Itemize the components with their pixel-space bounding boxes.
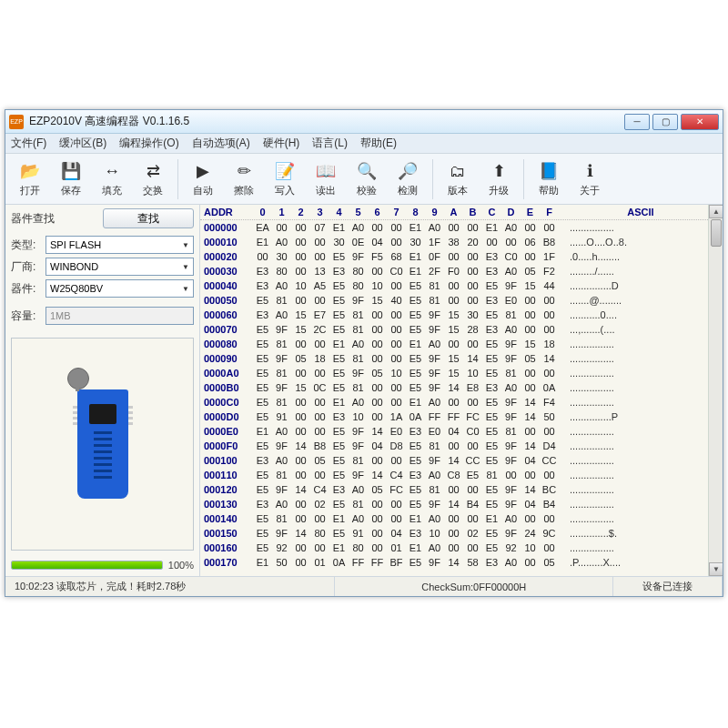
- toolbar-打开[interactable]: 📂打开: [11, 157, 49, 202]
- type-label: 类型:: [11, 238, 42, 253]
- 版本-icon: 🗂: [446, 160, 470, 182]
- menu-item[interactable]: 缓冲区(B): [59, 136, 106, 151]
- status-bar: 10:02:23 读取芯片，完成！耗时2.78秒 CheckSum:0FF000…: [5, 576, 723, 596]
- 读出-icon: 📖: [314, 160, 338, 182]
- menu-item[interactable]: 帮助(E): [360, 136, 397, 151]
- hex-row[interactable]: 000130E3A00002E5810000E59F14B4E59F04B4..…: [200, 497, 723, 511]
- maximize-button[interactable]: ▢: [652, 114, 678, 130]
- status-checksum: CheckSum:0FF00000H: [335, 577, 613, 596]
- 关于-icon: ℹ: [578, 160, 602, 182]
- capacity-field: 1MB: [46, 307, 194, 325]
- hex-row[interactable]: 000030E3800013E38000C0E12FF000E3A005F2..…: [200, 264, 723, 278]
- 校验-icon: 🔍: [355, 160, 379, 182]
- hex-row[interactable]: 00002000300000E59FF568E10F0000E3C0001F.0…: [200, 249, 723, 264]
- 自动-icon: ▶: [191, 160, 215, 182]
- 填充-icon: ↔: [100, 160, 124, 182]
- window-titlebar: EZP EZP2010V 高速编程器 V0.1.16.5 ─ ▢ ✕: [5, 110, 723, 134]
- status-message: 10:02:23 读取芯片，完成！耗时2.78秒: [5, 577, 335, 596]
- hex-viewer: ADDR0123456789ABCDEFASCII 000000EA000007…: [200, 205, 723, 576]
- hex-row[interactable]: 0000F0E59F14B8E59F04D8E5810000E59F14D4..…: [200, 439, 723, 453]
- menu-item[interactable]: 自动选项(A): [192, 136, 250, 151]
- menu-item[interactable]: 文件(F): [11, 136, 46, 151]
- part-select[interactable]: W25Q80BV▼: [46, 279, 194, 298]
- toolbar-升级[interactable]: ⬆升级: [480, 157, 518, 202]
- menu-item[interactable]: 硬件(H): [263, 136, 300, 151]
- hex-row[interactable]: 000040E3A010A5E5801000E5810000E59F1544..…: [200, 278, 723, 293]
- toolbar: 📂打开💾保存↔填充⇄交换▶自动✏擦除📝写入📖读出🔍校验🔎检测🗂版本⬆升级📘帮助ℹ…: [5, 154, 723, 205]
- hex-row[interactable]: 000170E15000010AFFFFBFE59F1458E3A00005.P…: [200, 555, 723, 570]
- hex-row[interactable]: 000100E3A00005E5810000E59F14CCE59F04CC..…: [200, 453, 723, 468]
- hex-row[interactable]: 0000E0E1A00000E59F14E0E3E004C0E5810000..…: [200, 424, 723, 439]
- hex-row[interactable]: 0000C0E5810000E1A00000E1A00000E59F14F4..…: [200, 395, 723, 410]
- toolbar-擦除[interactable]: ✏擦除: [225, 157, 263, 202]
- toolbar-检测[interactable]: 🔎检测: [389, 157, 427, 202]
- hex-row[interactable]: 0000A0E5810000E59F0510E59F1510E5810000..…: [200, 366, 723, 380]
- app-icon: EZP: [9, 115, 24, 129]
- scroll-up-button[interactable]: ▲: [709, 205, 723, 218]
- chevron-down-icon: ▼: [182, 285, 189, 293]
- toolbar-读出[interactable]: 📖读出: [307, 157, 345, 202]
- 升级-icon: ⬆: [487, 160, 511, 182]
- vendor-select[interactable]: WINBOND▼: [46, 258, 194, 276]
- menu-item[interactable]: 语言(L): [312, 136, 348, 151]
- toolbar-交换[interactable]: ⇄交换: [134, 157, 172, 202]
- menu-item[interactable]: 编程操作(O): [119, 136, 178, 151]
- chevron-down-icon: ▼: [182, 263, 189, 271]
- close-button[interactable]: ✕: [681, 114, 719, 130]
- menubar: 文件(F)缓冲区(B)编程操作(O)自动选项(A)硬件(H)语言(L)帮助(E): [5, 134, 723, 154]
- scroll-thumb[interactable]: [711, 219, 722, 247]
- toolbar-填充[interactable]: ↔填充: [93, 157, 131, 202]
- scroll-down-button[interactable]: ▼: [709, 562, 723, 576]
- toolbar-校验[interactable]: 🔍校验: [348, 157, 386, 202]
- hex-row[interactable]: 0000D0E5910000E310001A0AFFFFFCE59F1450..…: [200, 410, 723, 424]
- toolbar-自动[interactable]: ▶自动: [184, 157, 222, 202]
- 帮助-icon: 📘: [537, 160, 561, 182]
- window-title: EZP2010V 高速编程器 V0.1.16.5: [29, 114, 622, 129]
- capacity-label: 容量:: [11, 308, 42, 324]
- type-select[interactable]: SPI FLASH▼: [46, 236, 194, 254]
- hex-row[interactable]: 000160E5920000E1800001E1A00000E5921000..…: [200, 541, 723, 555]
- 擦除-icon: ✏: [232, 160, 256, 182]
- toolbar-写入[interactable]: 📝写入: [266, 157, 304, 202]
- hex-addr-header: ADDR: [204, 207, 253, 217]
- find-button[interactable]: 查找: [103, 208, 194, 228]
- chevron-down-icon: ▼: [182, 241, 189, 249]
- toolbar-版本[interactable]: 🗂版本: [439, 157, 477, 202]
- chip-diagram: [11, 338, 194, 551]
- vertical-scrollbar[interactable]: ▲ ▼: [708, 205, 723, 576]
- 交换-icon: ⇄: [141, 160, 165, 182]
- hex-row[interactable]: 000090E59F0518E5810000E59F1514E59F0514..…: [200, 351, 723, 366]
- hex-row[interactable]: 0000B0E59F150CE5810000E59F14E8E3A0000A..…: [200, 380, 723, 395]
- status-connection: 设备已连接: [613, 577, 723, 596]
- side-panel: 器件查找 查找 类型: SPI FLASH▼ 厂商: WINBOND▼ 器件: …: [5, 205, 200, 576]
- progress-label: 100%: [168, 560, 194, 571]
- hex-row[interactable]: 000050E5810000E59F1540E5810000E3E00000..…: [200, 293, 723, 308]
- hex-row[interactable]: 000110E5810000E59F14C4E3A0C8E581000000..…: [200, 468, 723, 482]
- vendor-label: 厂商:: [11, 259, 42, 275]
- 打开-icon: 📂: [18, 160, 42, 182]
- hex-row[interactable]: 000010E1A00000300E0400301F3820000006B8..…: [200, 235, 723, 249]
- hex-row[interactable]: 000120E59F14C4E3A005FCE5810000E59F14BC..…: [200, 482, 723, 497]
- toolbar-关于[interactable]: ℹ关于: [571, 157, 609, 202]
- hex-row[interactable]: 000000EA000007E1A00000E1A00000E1A00000..…: [200, 220, 723, 235]
- toolbar-保存[interactable]: 💾保存: [52, 157, 90, 202]
- find-section-label: 器件查找: [11, 211, 55, 227]
- progress-bar: [11, 561, 163, 570]
- hex-row[interactable]: 000070E59F152CE5810000E59F1528E3A00000..…: [200, 322, 723, 337]
- 检测-icon: 🔎: [396, 160, 420, 182]
- minimize-button[interactable]: ─: [624, 114, 650, 130]
- 写入-icon: 📝: [273, 160, 297, 182]
- hex-row[interactable]: 000080E5810000E1A00000E1A00000E59F1518..…: [200, 337, 723, 351]
- hex-row[interactable]: 000140E5810000E1A00000E1A00000E1A00000..…: [200, 511, 723, 526]
- toolbar-帮助[interactable]: 📘帮助: [530, 157, 568, 202]
- 保存-icon: 💾: [59, 160, 83, 182]
- hex-ascii-header: ASCII: [559, 207, 723, 217]
- part-label: 器件:: [11, 281, 42, 297]
- hex-row[interactable]: 000150E59F1480E5910004E3100002E59F249C..…: [200, 526, 723, 541]
- hex-row[interactable]: 000060E3A015E7E5810000E59F1530E5810000..…: [200, 308, 723, 322]
